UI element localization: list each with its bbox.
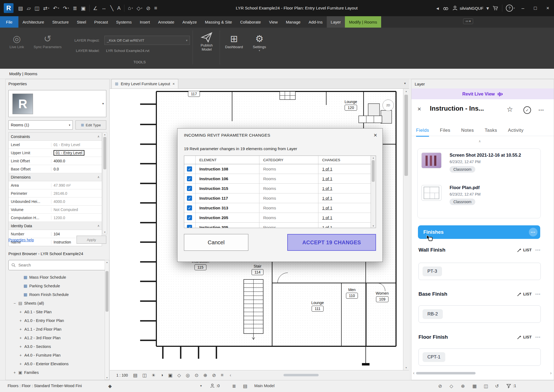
changes-link[interactable]: 1 of 1 — [322, 186, 332, 191]
tab-notes[interactable]: Notes — [461, 125, 474, 136]
user-icon[interactable] — [450, 5, 460, 11]
browser-scrollbar[interactable]: ▴ ▾ — [105, 260, 109, 380]
changes-link[interactable]: 1 of 1 — [322, 206, 332, 210]
maximize-button[interactable]: □ — [529, 5, 542, 11]
publish-model-button[interactable]: Publish Model — [195, 31, 218, 51]
edit-type-button[interactable]: ⊞ Edit Type — [75, 120, 106, 130]
tab-files[interactable]: Files — [440, 125, 450, 136]
line-icon[interactable]: ╲ — [108, 5, 115, 11]
scroll-down-icon[interactable]: ▾ — [403, 366, 409, 369]
tab-massing-site[interactable]: Massing & Site — [201, 16, 236, 28]
row-checkbox[interactable]: ✓ — [187, 205, 192, 210]
dashboard-button[interactable]: ⊞ Dashboard — [222, 32, 246, 49]
tree-item-schedule[interactable]: ▦Parking Schedule — [8, 282, 102, 290]
canvas-horizontal-scrollbar[interactable] — [235, 373, 401, 377]
scroll-left-icon[interactable]: ‹ — [226, 373, 235, 378]
scroll-up-icon[interactable]: ▴ — [403, 90, 409, 93]
help-icon[interactable]: ?▾ — [504, 5, 517, 12]
project-browser-search[interactable] — [8, 260, 106, 270]
changes-link[interactable]: 1 of 1 — [322, 196, 332, 200]
worksets-icon[interactable]: ≣ — [232, 383, 236, 389]
field-value-box[interactable]: PT-3 — [418, 263, 541, 280]
crop-region-icon[interactable]: ◇ — [175, 373, 183, 378]
file-item[interactable]: Floor Plan.pdf 6/23/22, 12:47 PM Classro… — [421, 185, 538, 215]
expander-icon[interactable]: + — [19, 353, 22, 357]
collapse-icon[interactable]: ∧ — [97, 175, 100, 179]
tree-item-sheet[interactable]: +A4.0 - Furniture Plan — [8, 351, 102, 360]
visual-style-icon[interactable]: ◫ — [140, 373, 149, 378]
room-tag[interactable]: 117 — [179, 91, 209, 97]
cart-icon[interactable] — [491, 5, 500, 11]
tab-manage[interactable]: Manage — [282, 16, 305, 28]
view-tab[interactable]: ⊞ Entry Level Furniture Layout × — [111, 79, 178, 88]
list-button[interactable]: LIST — [517, 248, 532, 252]
star-icon[interactable]: ☆ — [507, 105, 513, 114]
scroll-right-icon[interactable]: › — [548, 371, 554, 375]
tab-view[interactable]: View — [265, 16, 282, 28]
field-menu-icon[interactable]: ••• — [535, 292, 541, 296]
tab-modify-rooms[interactable]: Modify | Rooms — [345, 16, 381, 28]
tree-item-sheet[interactable]: +A1.0 - Entry Floor Plan — [8, 316, 102, 325]
status-caret-icon[interactable]: ▾ — [200, 384, 202, 388]
search-icon[interactable] — [441, 5, 450, 11]
crop-view-icon[interactable]: ▣ — [166, 373, 175, 378]
filter-icon[interactable] — [506, 384, 511, 388]
tab-structure[interactable]: Structure — [48, 16, 73, 28]
field-value-chip[interactable]: RB-2 — [423, 309, 443, 319]
properties-scrollbar[interactable]: ▴ ▾ — [103, 132, 107, 234]
drag-select-icon[interactable]: ↺ — [495, 383, 499, 389]
section-icon[interactable]: ⊘ — [144, 5, 152, 11]
scroll-up-icon[interactable]: ▴ — [371, 156, 376, 159]
tree-item-sheets[interactable]: −▤Sheets (all) — [8, 299, 102, 308]
tree-item-schedule[interactable]: ▦Mass Floor Schedule — [8, 273, 102, 282]
search-input[interactable] — [18, 263, 95, 268]
tab-analyze[interactable]: Analyze — [178, 16, 201, 28]
tree-item-sheet[interactable]: +A0.1 - Site Plan — [8, 308, 102, 316]
detail-level-icon[interactable]: ▤ — [131, 373, 140, 378]
tab-fields[interactable]: Fields — [416, 125, 429, 137]
pin-left-icon[interactable]: ◂ — [434, 5, 441, 11]
select-links-icon[interactable]: ◫ — [484, 383, 488, 389]
document-icon[interactable]: ▤ — [16, 5, 25, 11]
field-value-box[interactable]: RB-2 — [418, 305, 541, 323]
tab-precast[interactable]: Precast — [90, 16, 112, 28]
complete-check-icon[interactable]: ✓ — [523, 106, 531, 114]
active-workset[interactable]: Main Model — [254, 384, 275, 388]
group-constraints[interactable]: Constraints∧ — [9, 133, 102, 141]
temporary-hide-icon[interactable]: ◎ — [183, 373, 192, 378]
field-menu-icon[interactable]: ••• — [535, 335, 541, 339]
file-item[interactable]: Screen Shot 2021-12-16 at 10.55.2 6/23/2… — [421, 153, 538, 182]
scroll-up-icon[interactable]: ▴ — [103, 133, 107, 136]
field-menu-icon[interactable]: ••• — [535, 248, 541, 252]
type-selector-caret-icon[interactable]: ▾ — [102, 102, 104, 106]
collapse-icon[interactable]: ∧ — [97, 224, 100, 228]
layer-horizontal-scrollbar[interactable]: ‹ › — [411, 370, 554, 376]
live-link-button[interactable]: ◎ Live Link — [4, 32, 29, 49]
row-checkbox[interactable]: ✓ — [187, 176, 192, 181]
prop-value[interactable]: 1200.0 — [51, 216, 102, 220]
tree-item-schedule[interactable]: ▦Room Finish Schedule — [8, 290, 102, 299]
expander-icon[interactable]: + — [19, 327, 22, 331]
scroll-up-icon[interactable]: ▴ — [105, 261, 109, 263]
scrollbar-thumb[interactable] — [103, 137, 106, 169]
tree-item-families[interactable]: +▣Families — [8, 368, 102, 377]
tab-architecture[interactable]: Architecture — [18, 16, 48, 28]
temporary-view-properties-icon[interactable]: ⊕ — [201, 373, 210, 378]
shadows-icon[interactable]: ◑ — [158, 373, 166, 378]
row-checkbox[interactable]: ✓ — [187, 186, 192, 191]
sync-parameters-button[interactable]: ↺ Sync Parameters — [30, 32, 65, 49]
group-dimensions[interactable]: Dimensions∧ — [9, 173, 102, 181]
tab-annotate[interactable]: Annotate — [154, 16, 178, 28]
close-view-icon[interactable]: × — [173, 82, 175, 86]
tree-item-sheet[interactable]: +A1.1 - 2nd Floor Plan — [8, 325, 102, 334]
user-menu-caret-icon[interactable]: ▾ — [484, 5, 491, 11]
expander-icon[interactable]: + — [19, 362, 22, 366]
save-icon[interactable]: ◫ — [33, 5, 41, 11]
selection-filter-select[interactable]: Rooms (1) ▾ — [8, 120, 73, 130]
text-icon[interactable]: A — [115, 5, 123, 11]
tree-item-sheet[interactable]: +A5.0 - Exterior Elevations — [8, 360, 102, 368]
row-checkbox[interactable]: ✓ — [187, 225, 192, 228]
changes-link[interactable]: 1 of 1 — [322, 225, 332, 228]
list-button[interactable]: LIST — [517, 292, 532, 297]
properties-help-link[interactable]: Properties help — [8, 238, 34, 242]
